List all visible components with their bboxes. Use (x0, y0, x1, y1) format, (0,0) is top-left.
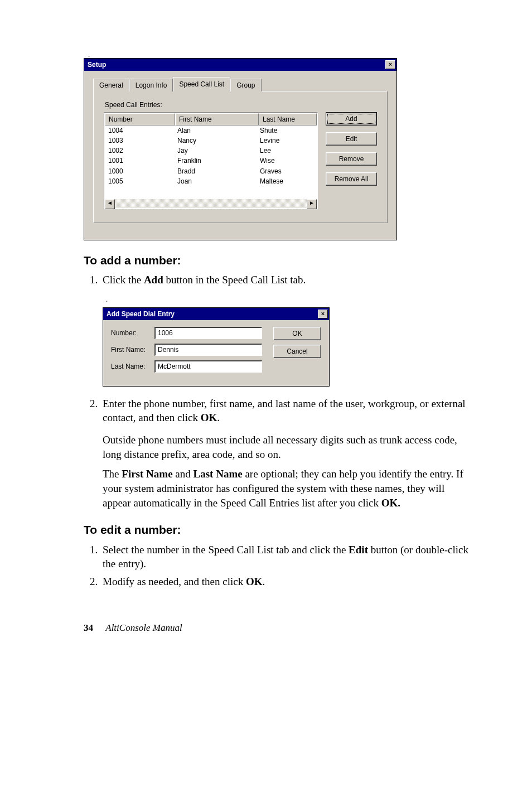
cell-last-name: Graves (257, 166, 317, 176)
step-2-add: Enter the phone number, first name, and … (100, 397, 471, 425)
first-name-label: First Name: (111, 345, 154, 354)
cell-last-name: Wise (257, 156, 317, 166)
titlebar: Add Speed Dial Entry × (103, 308, 329, 320)
add-speed-dial-dialog: Add Speed Dial Entry × Number: First Nam… (103, 307, 330, 387)
scroll-track[interactable] (115, 199, 307, 208)
scroll-right-icon[interactable]: ► (307, 199, 317, 209)
cell-first-name: Bradd (174, 166, 257, 176)
manual-name: AltiConsole Manual (105, 622, 182, 633)
column-header-number[interactable]: Number (105, 113, 175, 125)
cell-number: 1003 (105, 136, 174, 146)
cell-last-name: Lee (257, 146, 317, 156)
setup-dialog: Setup × General Logon Info Speed Call Li… (84, 58, 397, 240)
number-label: Number: (111, 329, 154, 337)
table-row[interactable]: 1002JayLee (105, 146, 317, 156)
first-name-field[interactable] (154, 344, 262, 356)
cell-last-name: Shute (257, 125, 317, 136)
remove-button[interactable]: Remove (326, 152, 377, 166)
tab-general[interactable]: General (93, 79, 129, 91)
cell-last-name: Levine (257, 136, 317, 146)
close-icon[interactable]: × (318, 310, 328, 318)
edit-button[interactable]: Edit (326, 132, 377, 146)
cell-number: 1002 (105, 146, 174, 156)
scroll-left-icon[interactable]: ◄ (105, 199, 115, 209)
horizontal-scrollbar[interactable]: ◄ ► (105, 199, 317, 208)
tab-speed-call-list[interactable]: Speed Call List (173, 77, 230, 91)
titlebar: Setup × (84, 59, 396, 71)
cell-number: 1005 (105, 176, 174, 186)
cell-number: 1001 (105, 156, 174, 166)
table-row[interactable]: 1004AlanShute (105, 125, 317, 136)
ok-button[interactable]: OK (273, 327, 321, 340)
heading-add: To add a number: (84, 253, 471, 268)
cell-first-name: Alan (174, 125, 257, 136)
step-1-edit: Select the number in the Speed Call List… (100, 543, 471, 571)
column-header-last-name[interactable]: Last Name (259, 113, 317, 125)
tab-group[interactable]: Group (230, 79, 261, 91)
step-1-add: Click the Add button in the Speed Call L… (100, 273, 471, 287)
decorative-dot: . (106, 295, 471, 304)
number-field[interactable] (154, 327, 262, 339)
cell-first-name: Franklin (174, 156, 257, 166)
tab-panel: Speed Call Entries: Number First Name La… (93, 91, 388, 223)
dialog-body: Number: First Name: Last Name: OK Cancel (103, 320, 329, 386)
cell-last-name: Maltese (257, 176, 317, 186)
close-icon[interactable]: × (385, 60, 395, 69)
heading-edit: To edit a number: (84, 522, 471, 538)
dialog-body: General Logon Info Speed Call List Group… (84, 71, 396, 239)
table-row[interactable]: 1001FranklinWise (105, 156, 317, 166)
add-button[interactable]: Add (326, 112, 377, 125)
remove-all-button[interactable]: Remove All (326, 172, 377, 186)
table-row[interactable]: 1003NancyLevine (105, 136, 317, 146)
tabstrip: General Logon Info Speed Call List Group (93, 78, 388, 91)
page-footer: 34 AltiConsole Manual (84, 622, 471, 635)
cell-first-name: Joan (174, 176, 257, 186)
dialog-title: Setup (88, 60, 106, 69)
cancel-button[interactable]: Cancel (273, 345, 321, 358)
last-name-field[interactable] (154, 360, 262, 373)
cell-first-name: Jay (174, 146, 257, 156)
table-row[interactable]: 1000BraddGraves (105, 166, 317, 176)
cell-first-name: Nancy (174, 136, 257, 146)
speed-call-entries-label: Speed Call Entries: (105, 100, 377, 109)
dialog-title: Add Speed Dial Entry (107, 310, 175, 318)
column-header-first-name[interactable]: First Name (175, 113, 259, 125)
cell-number: 1000 (105, 166, 174, 176)
last-name-label: Last Name: (111, 362, 154, 371)
page-number: 34 (84, 622, 93, 633)
note-name-optional: The First Name and Last Name are optiona… (103, 467, 471, 510)
note-outside-numbers: Outside phone numbers must include all n… (103, 433, 471, 461)
entries-listbox[interactable]: Number First Name Last Name 1004AlanShut… (104, 112, 318, 209)
step-2-edit: Modify as needed, and then click OK. (100, 574, 471, 589)
cell-number: 1004 (105, 125, 174, 136)
table-row[interactable]: 1005JoanMaltese (105, 176, 317, 186)
tab-logon-info[interactable]: Logon Info (129, 79, 173, 91)
